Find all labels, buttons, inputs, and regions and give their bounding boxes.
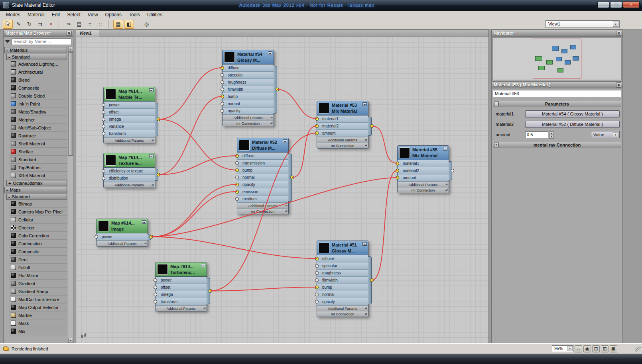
browser-item-standard[interactable]: Standard (10, 156, 67, 164)
browser-item-composite[interactable]: Composite (10, 84, 67, 92)
group-maps[interactable]: -Maps (4, 187, 67, 193)
group-standard[interactable]: -Standard (6, 194, 67, 200)
amount-input[interactable] (525, 131, 548, 138)
input-socket-distribution[interactable] (102, 176, 105, 180)
output-socket[interactable] (451, 169, 454, 172)
collapse-node-icon[interactable]: ▬ (149, 155, 154, 158)
input-socket-bump[interactable] (315, 286, 319, 289)
browser-item-bitmap[interactable]: Bitmap (10, 200, 67, 208)
rollout-additional-params[interactable]: Additional Params▴▾ (398, 182, 449, 187)
pan-hand-icon[interactable]: ↔ (575, 345, 582, 352)
wire-marble-to-mat52-bump[interactable] (159, 119, 237, 170)
input-socket-normal[interactable] (235, 176, 239, 179)
wire-mat53-to-mat55-material1[interactable] (372, 126, 398, 164)
navigator-thumbnail[interactable] (492, 37, 622, 80)
menu-material[interactable]: Material (24, 11, 48, 18)
browser-item-cellular[interactable]: Cellular (10, 216, 67, 224)
menu-select[interactable]: Select (63, 11, 84, 18)
collapse-minus-icon[interactable]: - (494, 102, 499, 106)
spinner-up-icon[interactable]: ▴ (549, 131, 554, 135)
browser-item-marble[interactable]: Marble (10, 311, 67, 319)
browser-item-map-output-selector[interactable]: Map Output Selector (10, 303, 67, 311)
input-socket-power[interactable] (154, 278, 157, 282)
node-material-54-glossy-m[interactable]: Material #54Glossy M...▬diffusespecularr… (222, 50, 274, 126)
browser-item-architectural[interactable]: Architectural (10, 68, 67, 76)
parameters-rollout[interactable]: - Parameters (493, 101, 621, 107)
navigator-view-frame[interactable] (533, 39, 581, 78)
browser-item-matte-shadow[interactable]: Matte/Shadow (10, 108, 67, 116)
browser-item-dent[interactable]: Dent (10, 256, 67, 264)
input-socket-bump[interactable] (235, 168, 239, 172)
minimize-button[interactable]: – (597, 1, 609, 8)
menu-utilities[interactable]: Utilities (144, 11, 166, 18)
rollout-mr-connection[interactable]: mr Connection▴▾ (237, 208, 288, 214)
menu-view[interactable]: View (84, 11, 102, 18)
input-socket-material1[interactable] (315, 117, 319, 121)
wire-texenv-to-mat52-diffuse[interactable] (159, 156, 237, 175)
show-shaded-material-in-viewport[interactable]: ▦ (113, 20, 123, 29)
material-id-channel[interactable]: ◎ (142, 20, 152, 29)
node-header[interactable]: Material #54Glossy M...▬ (223, 50, 274, 65)
menu-tools[interactable]: Tools (125, 11, 144, 18)
close-icon[interactable]: × (616, 31, 621, 36)
group-standard[interactable]: -Standard (6, 54, 67, 60)
wire-turb-to-mat51-bump[interactable] (211, 287, 317, 291)
node-header[interactable]: Material #55Mix Material▬ (398, 146, 449, 160)
node-material-55-mix-material[interactable]: Material #55Mix Material▬material1materi… (397, 145, 449, 193)
browser-item-madcartracktexture[interactable]: MadCarTrackTexture (10, 296, 67, 303)
parameter-editor-titlebar[interactable]: Material #53 ( Mix Material ) × (492, 82, 622, 88)
output-socket[interactable] (370, 124, 374, 128)
zoom-region-icon[interactable]: ⊡ (592, 345, 600, 352)
input-socket-specular[interactable] (315, 264, 319, 268)
output-socket[interactable] (290, 176, 294, 179)
collapse-node-icon[interactable]: ▬ (443, 147, 447, 151)
wire-image-to-mat52-opacity[interactable] (152, 184, 237, 237)
browser-item-mix[interactable]: Mix (10, 327, 67, 335)
wire-mat54-to-mat53-material1[interactable] (278, 90, 317, 119)
node-header[interactable]: Map #614...Texture E...▬ (104, 153, 155, 168)
wire-mat51-to-mat55-material2[interactable] (372, 170, 398, 280)
input-socket-efficiency-or-texture[interactable] (102, 169, 105, 173)
node-material-51-glossy-m[interactable]: Material #51Glossy M...▬diffusespecularr… (317, 241, 368, 317)
output-socket[interactable] (150, 235, 153, 239)
wire-texenv-to-mat54-bump[interactable] (159, 96, 223, 175)
spinner-down-icon[interactable]: ▾ (549, 135, 554, 139)
input-socket-filmwidth[interactable] (315, 278, 319, 282)
zoom-level-dropdown[interactable]: 95% ▾ (552, 345, 573, 352)
collapse-node-icon[interactable]: ▬ (362, 102, 367, 106)
output-socket[interactable] (276, 88, 279, 91)
node-header[interactable]: Material #53Mix Material▬ (317, 101, 368, 115)
browser-item-morpher[interactable]: Morpher (10, 116, 67, 124)
rollout-additional-params[interactable]: Additional Params▴▾ (317, 305, 368, 311)
browser-item-gradient-ramp[interactable]: Gradient Ramp (10, 288, 67, 296)
browser-item-checker[interactable]: Checker (10, 224, 67, 232)
lay-out-children[interactable]: ∷ (96, 20, 106, 29)
amount-mode-dropdown[interactable]: Value ▾ (591, 131, 620, 138)
input-socket-power[interactable] (95, 235, 98, 239)
input-socket-diffuse[interactable] (221, 66, 224, 70)
collapse-node-icon[interactable]: ▬ (142, 220, 146, 224)
input-socket-transform[interactable] (102, 132, 105, 135)
browser-item-xref-material[interactable]: XRef Material (10, 172, 67, 180)
zoom-extents-selected-icon[interactable]: ▣ (610, 345, 617, 352)
input-socket-omega[interactable] (154, 293, 157, 296)
search-input[interactable] (12, 38, 71, 45)
dropdown-arrow-icon[interactable]: ▾ (613, 22, 618, 27)
assign-material-to-selection[interactable]: ⇉ (35, 20, 45, 29)
collapse-node-icon[interactable]: ▬ (283, 139, 287, 143)
node-map-614-turbulenc[interactable]: Map #614...Turbulenc...▬poweroffsetomega… (155, 262, 207, 311)
input-socket-material2[interactable] (396, 169, 399, 172)
input-socket-material1[interactable] (396, 162, 399, 165)
group-materials[interactable]: -Materials (4, 47, 67, 53)
rollout-additional-params[interactable]: Additional Params▴▾ (237, 203, 288, 208)
wire-image-to-mat51-diffuse[interactable] (152, 237, 317, 259)
collapse-node-icon[interactable]: ▬ (201, 264, 205, 267)
collapse-node-icon[interactable]: ▬ (149, 88, 154, 92)
browser-item-raytrace[interactable]: Raytrace (10, 132, 67, 140)
close-button[interactable]: × (623, 1, 640, 8)
hide-unused-nodeslots[interactable]: ▤ (74, 20, 84, 29)
input-socket-offset[interactable] (102, 110, 105, 114)
menu-modes[interactable]: Modes (2, 11, 24, 18)
input-socket-offset[interactable] (154, 286, 157, 289)
pick-material-from-object[interactable]: ✎ (14, 20, 24, 29)
